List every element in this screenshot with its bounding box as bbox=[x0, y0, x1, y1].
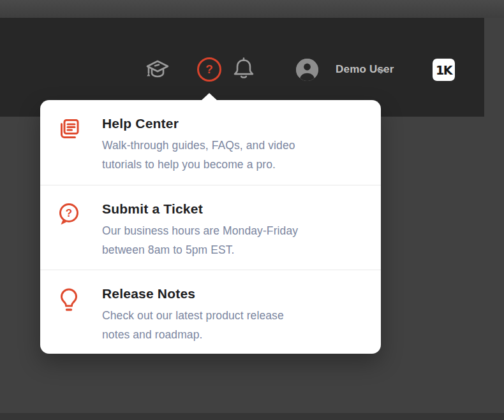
notifications-bell-icon[interactable] bbox=[231, 55, 256, 84]
chevron-down-icon[interactable] bbox=[376, 66, 386, 74]
menu-item-description: Our business hours are Monday-Friday bet… bbox=[102, 221, 366, 259]
help-icon[interactable]: ? bbox=[197, 57, 221, 82]
screen: ? Demo User 1K bbox=[0, 0, 504, 420]
window-top-strip bbox=[0, 0, 504, 18]
menu-item-submit-ticket[interactable]: ? Submit a Ticket Our business hours are… bbox=[40, 185, 381, 270]
menu-item-title: Release Notes bbox=[102, 286, 366, 301]
guide-docs-icon bbox=[56, 115, 82, 143]
lightbulb-icon bbox=[56, 286, 82, 314]
help-menu: Help Center Walk-through guides, FAQs, a… bbox=[40, 100, 381, 354]
window-bottom-strip bbox=[0, 413, 504, 420]
help-popover: Help Center Walk-through guides, FAQs, a… bbox=[40, 100, 381, 354]
menu-item-title: Help Center bbox=[102, 115, 366, 131]
menu-item-description: Walk-through guides, FAQs, and video tut… bbox=[102, 136, 366, 174]
menu-item-help-center[interactable]: Help Center Walk-through guides, FAQs, a… bbox=[40, 100, 381, 185]
svg-text:?: ? bbox=[66, 207, 72, 219]
menu-item-text: Submit a Ticket Our business hours are M… bbox=[102, 200, 366, 259]
user-avatar[interactable] bbox=[296, 59, 318, 81]
menu-item-title: Submit a Ticket bbox=[102, 201, 366, 217]
brand-logo-text: 1K bbox=[436, 63, 452, 77]
brand-logo[interactable]: 1K bbox=[433, 59, 455, 81]
menu-item-description: Check out our latest product release not… bbox=[102, 306, 366, 344]
menu-item-text: Release Notes Check out our latest produ… bbox=[102, 285, 366, 344]
menu-item-text: Help Center Walk-through guides, FAQs, a… bbox=[102, 115, 366, 174]
help-question-glyph: ? bbox=[205, 63, 213, 75]
question-bubble-icon: ? bbox=[56, 201, 82, 229]
graduation-cap-icon[interactable] bbox=[143, 55, 172, 85]
menu-item-release-notes[interactable]: Release Notes Check out our latest produ… bbox=[40, 270, 381, 354]
